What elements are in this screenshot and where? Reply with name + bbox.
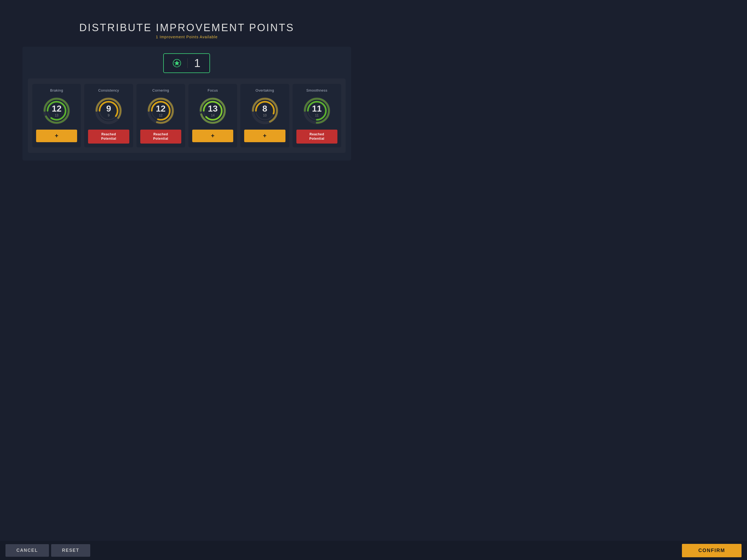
- skill-name-cornering: Cornering: [152, 88, 169, 93]
- skill-button-consistency: ReachedPotential: [88, 130, 129, 144]
- page-wrapper: DISTRIBUTE IMPROVEMENT POINTS 1 Improvem…: [0, 0, 374, 280]
- star-icon: [172, 58, 182, 68]
- page-title: DISTRIBUTE IMPROVEMENT POINTS: [79, 22, 294, 34]
- ring-main-value: 12: [52, 104, 61, 113]
- skill-card-cornering: Cornering 12 12 ReachedPotential: [136, 84, 185, 147]
- ring-smoothness: 11 11: [302, 96, 332, 126]
- skill-button-cornering: ReachedPotential: [140, 130, 181, 144]
- ring-sub-value: 10: [263, 113, 266, 117]
- ring-main-value: 11: [312, 104, 322, 113]
- points-subtitle: 1 Improvement Points Available: [79, 35, 294, 39]
- skill-card-overtaking: Overtaking 8 10 +: [240, 84, 289, 147]
- ring-overtaking: 8 10: [250, 96, 280, 126]
- points-display: 1: [163, 53, 210, 73]
- ring-center-cornering: 12 12: [156, 104, 166, 117]
- ring-braking: 12 13: [42, 96, 72, 126]
- title-section: DISTRIBUTE IMPROVEMENT POINTS 1 Improvem…: [79, 22, 294, 39]
- ring-main-value: 12: [156, 104, 166, 113]
- points-number: 1: [193, 57, 201, 70]
- ring-main-value: 13: [208, 104, 217, 113]
- ring-center-smoothness: 11 11: [312, 104, 322, 117]
- ring-center-consistency: 9 9: [106, 104, 111, 117]
- skill-name-consistency: Consistency: [98, 88, 119, 93]
- skill-button-overtaking[interactable]: +: [244, 130, 285, 142]
- ring-sub-value: 14: [211, 113, 214, 117]
- skill-button-focus[interactable]: +: [192, 130, 233, 142]
- skill-card-braking: Braking 12 13 +: [32, 84, 81, 147]
- ring-center-overtaking: 8 10: [262, 104, 267, 117]
- skill-button-braking[interactable]: +: [36, 130, 77, 142]
- ring-sub-value: 11: [315, 113, 318, 117]
- outer-panel: 1 Braking 12 13 +: [22, 47, 351, 160]
- svg-marker-1: [174, 60, 180, 66]
- skills-panel: Braking 12 13 + Consistency: [28, 78, 345, 153]
- ring-main-value: 8: [262, 104, 267, 113]
- skill-button-smoothness: ReachedPotential: [297, 130, 337, 144]
- ring-main-value: 9: [106, 104, 111, 113]
- skill-card-focus: Focus 13 14 +: [188, 84, 237, 147]
- skill-name-focus: Focus: [208, 88, 218, 93]
- ring-focus: 13 14: [198, 96, 228, 126]
- skill-name-overtaking: Overtaking: [256, 88, 274, 93]
- skill-card-smoothness: Smoothness 11 11 ReachedPotential: [292, 84, 341, 147]
- skill-name-smoothness: Smoothness: [306, 88, 327, 93]
- skill-card-consistency: Consistency 9 9 ReachedPotential: [84, 84, 133, 147]
- ring-sub-value: 12: [159, 113, 162, 117]
- ring-cornering: 12 12: [146, 96, 176, 126]
- ring-center-focus: 13 14: [208, 104, 217, 117]
- ring-sub-value: 13: [55, 113, 58, 117]
- skill-name-braking: Braking: [50, 88, 63, 93]
- ring-consistency: 9 9: [94, 96, 124, 126]
- ring-center-braking: 12 13: [52, 104, 61, 117]
- ring-sub-value: 9: [108, 113, 110, 117]
